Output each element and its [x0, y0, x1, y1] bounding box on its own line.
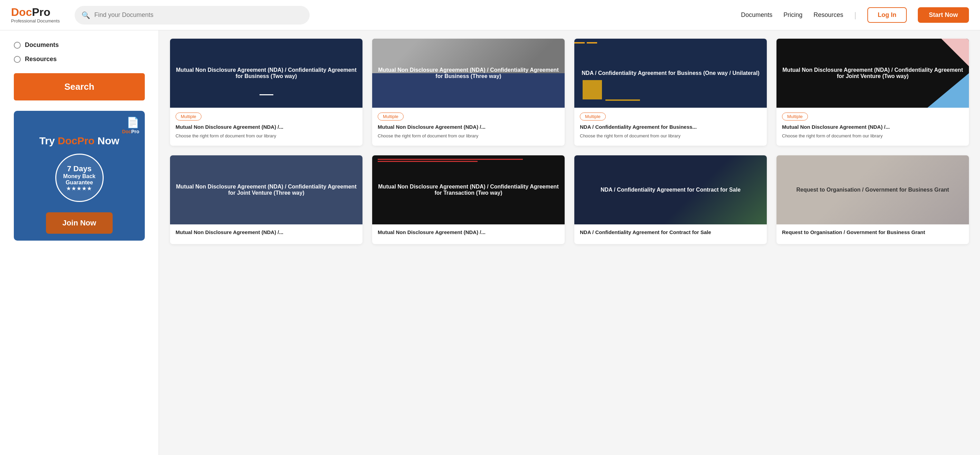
logo-doc: Doc: [11, 6, 32, 18]
card-name: NDA / Confidentiality Agreement for Cont…: [580, 229, 761, 235]
card-overlay-title: NDA / Confidentiality Agreement for Busi…: [576, 65, 765, 82]
card-overlay: Mutual Non Disclosure Agreement (NDA) / …: [372, 155, 565, 224]
doc-card[interactable]: Mutual Non Disclosure Agreement (NDA) / …: [776, 39, 969, 146]
card-overlay: Mutual Non Disclosure Agreement (NDA) / …: [170, 155, 363, 224]
content-area: Mutual Non Disclosure Agreement (NDA) / …: [159, 30, 980, 455]
card-desc: Choose the right form of document from o…: [580, 133, 761, 140]
search-icon: 🔍: [81, 11, 90, 19]
radio-documents[interactable]: Documents: [14, 41, 145, 49]
card-image: Mutual Non Disclosure Agreement (NDA) / …: [170, 155, 363, 224]
promo-days: 7 Days: [67, 164, 92, 173]
radio-resources-label: Resources: [25, 55, 57, 63]
sidebar: Documents Resources Search 📄 DocPro Try …: [0, 30, 159, 455]
card-image: Mutual Non Disclosure Agreement (NDA) / …: [372, 39, 565, 108]
card-overlay-title: Mutual Non Disclosure Agreement (NDA) / …: [372, 62, 565, 85]
card-desc: Choose the right form of document from o…: [175, 133, 357, 140]
promo-now: Now: [95, 135, 119, 146]
card-overlay-title: Mutual Non Disclosure Agreement (NDA) / …: [170, 178, 363, 201]
logo-pro: Pro: [32, 6, 50, 18]
card-overlay: Mutual Non Disclosure Agreement (NDA) / …: [372, 39, 565, 108]
card-overlay: NDA / Confidentiality Agreement for Busi…: [574, 39, 767, 108]
join-now-button[interactable]: Join Now: [46, 212, 113, 234]
card-body: Mutual Non Disclosure Agreement (NDA) /.…: [372, 224, 565, 244]
badge-multiple: Multiple: [782, 113, 808, 120]
card-desc: Choose the right form of document from o…: [782, 133, 963, 140]
promo-doc2: Doc: [58, 135, 77, 146]
promo-guarantee: Guarantee: [66, 179, 93, 186]
doc-card[interactable]: Mutual Non Disclosure Agreement (NDA) / …: [170, 39, 363, 146]
card-overlay: Mutual Non Disclosure Agreement (NDA) / …: [776, 39, 969, 108]
card-body: Multiple Mutual Non Disclosure Agreement…: [372, 108, 565, 146]
promo-banner: 📄 DocPro Try DocPro Now 7 Days Money Bac…: [14, 111, 145, 241]
card-body: Multiple Mutual Non Disclosure Agreement…: [170, 108, 363, 146]
nav-divider: |: [854, 11, 856, 20]
card-image: Mutual Non Disclosure Agreement (NDA) / …: [170, 39, 363, 108]
card-desc: Choose the right form of document from o…: [378, 133, 559, 140]
card-name: Mutual Non Disclosure Agreement (NDA) /.…: [175, 229, 357, 235]
card-image: Request to Organisation / Government for…: [776, 155, 969, 224]
search-bar[interactable]: 🔍: [75, 6, 310, 24]
promo-try: Try: [40, 135, 58, 146]
promo-title: Try DocPro Now: [40, 135, 119, 147]
card-body: Multiple Mutual Non Disclosure Agreement…: [776, 108, 969, 146]
doc-card[interactable]: Request to Organisation / Government for…: [776, 155, 969, 244]
card-name: NDA / Confidentiality Agreement for Busi…: [580, 124, 761, 130]
doc-card[interactable]: Mutual Non Disclosure Agreement (NDA) / …: [372, 39, 565, 146]
card-body: Request to Organisation / Government for…: [776, 224, 969, 244]
badge-multiple: Multiple: [580, 113, 606, 120]
search-button[interactable]: Search: [14, 73, 145, 100]
card-overlay: Mutual Non Disclosure Agreement (NDA) / …: [170, 39, 363, 108]
nav-resources[interactable]: Resources: [813, 11, 843, 19]
card-overlay-title: Request to Organisation / Government for…: [791, 181, 955, 198]
logo-subtitle: Professional Documents: [11, 18, 60, 24]
radio-resources[interactable]: Resources: [14, 55, 145, 63]
card-image: Mutual Non Disclosure Agreement (NDA) / …: [776, 39, 969, 108]
card-overlay-title: NDA / Confidentiality Agreement for Cont…: [595, 181, 746, 198]
card-body: Multiple NDA / Confidentiality Agreement…: [574, 108, 767, 146]
card-body: NDA / Confidentiality Agreement for Cont…: [574, 224, 767, 244]
card-overlay: NDA / Confidentiality Agreement for Cont…: [574, 155, 767, 224]
card-name: Mutual Non Disclosure Agreement (NDA) /.…: [175, 124, 357, 130]
doc-grid: Mutual Non Disclosure Agreement (NDA) / …: [170, 39, 969, 244]
promo-doc: Doc: [122, 129, 131, 134]
promo-pro: Pro: [131, 129, 139, 134]
promo-logo: DocPro: [122, 129, 139, 134]
card-name: Mutual Non Disclosure Agreement (NDA) /.…: [782, 124, 963, 130]
promo-badge: 7 Days Money Back Guarantee ★★★★★: [55, 154, 103, 202]
badge-multiple: Multiple: [175, 113, 202, 120]
doc-card[interactable]: Mutual Non Disclosure Agreement (NDA) / …: [170, 155, 363, 244]
promo-money-back: Money Back: [63, 173, 95, 179]
doc-card[interactable]: NDA / Confidentiality Agreement for Cont…: [574, 155, 767, 244]
nav-pricing[interactable]: Pricing: [783, 11, 802, 19]
document-icon: 📄: [126, 116, 139, 128]
card-name: Mutual Non Disclosure Agreement (NDA) /.…: [378, 124, 559, 130]
logo-text: DocPro: [11, 6, 51, 17]
doc-card[interactable]: NDA / Confidentiality Agreement for Busi…: [574, 39, 767, 146]
doc-card[interactable]: Mutual Non Disclosure Agreement (NDA) / …: [372, 155, 565, 244]
login-button[interactable]: Log In: [867, 7, 907, 23]
radio-resources-circle: [14, 56, 21, 63]
promo-stars: ★★★★★: [66, 186, 92, 191]
header: DocPro Professional Documents 🔍 Document…: [0, 0, 980, 30]
card-overlay-title: Mutual Non Disclosure Agreement (NDA) / …: [776, 62, 969, 85]
card-image: NDA / Confidentiality Agreement for Busi…: [574, 39, 767, 108]
card-image: Mutual Non Disclosure Agreement (NDA) / …: [372, 155, 565, 224]
logo: DocPro Professional Documents: [11, 6, 66, 24]
radio-documents-label: Documents: [25, 41, 59, 49]
card-overlay-title: Mutual Non Disclosure Agreement (NDA) / …: [170, 62, 363, 85]
card-image: NDA / Confidentiality Agreement for Cont…: [574, 155, 767, 224]
radio-documents-circle: [14, 42, 21, 49]
promo-pro2: Pro: [77, 135, 95, 146]
card-body: Mutual Non Disclosure Agreement (NDA) /.…: [170, 224, 363, 244]
main-layout: Documents Resources Search 📄 DocPro Try …: [0, 30, 980, 455]
nav-links: Documents Pricing Resources | Log In Sta…: [741, 7, 969, 23]
card-overlay-title: Mutual Non Disclosure Agreement (NDA) / …: [372, 178, 565, 201]
search-input[interactable]: [94, 11, 303, 19]
start-now-button[interactable]: Start Now: [918, 7, 969, 23]
card-name: Mutual Non Disclosure Agreement (NDA) /.…: [378, 229, 559, 235]
badge-multiple: Multiple: [378, 113, 404, 120]
card-name: Request to Organisation / Government for…: [782, 229, 963, 235]
nav-documents[interactable]: Documents: [741, 11, 772, 19]
card-overlay: Request to Organisation / Government for…: [776, 155, 969, 224]
